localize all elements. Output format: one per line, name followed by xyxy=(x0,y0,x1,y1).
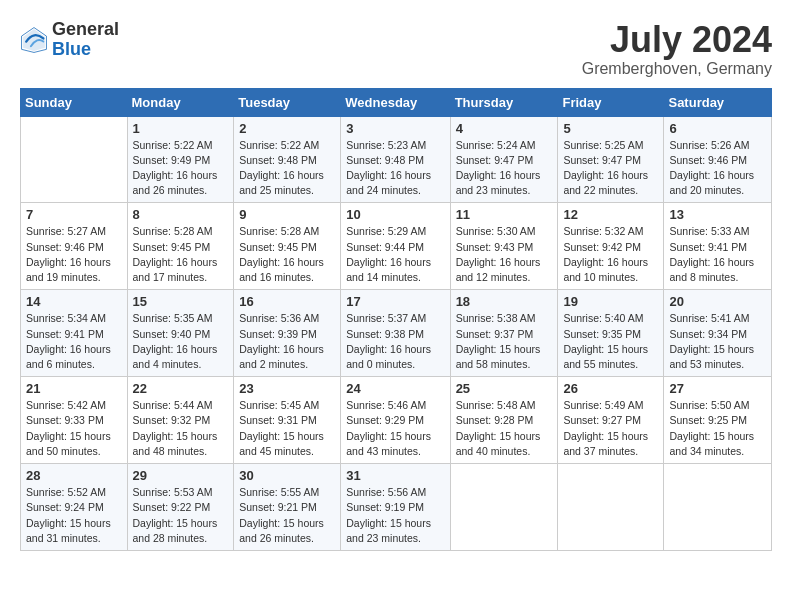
day-info: Sunrise: 5:30 AM Sunset: 9:43 PM Dayligh… xyxy=(456,224,553,285)
calendar-cell: 18Sunrise: 5:38 AM Sunset: 9:37 PM Dayli… xyxy=(450,290,558,377)
day-info: Sunrise: 5:22 AM Sunset: 9:48 PM Dayligh… xyxy=(239,138,335,199)
day-info: Sunrise: 5:37 AM Sunset: 9:38 PM Dayligh… xyxy=(346,311,444,372)
day-number: 23 xyxy=(239,381,335,396)
day-number: 2 xyxy=(239,121,335,136)
day-number: 1 xyxy=(133,121,229,136)
day-info: Sunrise: 5:35 AM Sunset: 9:40 PM Dayligh… xyxy=(133,311,229,372)
calendar-cell: 20Sunrise: 5:41 AM Sunset: 9:34 PM Dayli… xyxy=(664,290,772,377)
title-block: July 2024 Gremberghoven, Germany xyxy=(582,20,772,78)
day-info: Sunrise: 5:24 AM Sunset: 9:47 PM Dayligh… xyxy=(456,138,553,199)
day-info: Sunrise: 5:28 AM Sunset: 9:45 PM Dayligh… xyxy=(239,224,335,285)
logo-icon xyxy=(20,26,48,54)
calendar-cell: 24Sunrise: 5:46 AM Sunset: 9:29 PM Dayli… xyxy=(341,377,450,464)
day-number: 21 xyxy=(26,381,122,396)
logo-text: General Blue xyxy=(52,20,119,60)
calendar-cell: 14Sunrise: 5:34 AM Sunset: 9:41 PM Dayli… xyxy=(21,290,128,377)
calendar-cell: 19Sunrise: 5:40 AM Sunset: 9:35 PM Dayli… xyxy=(558,290,664,377)
day-number: 15 xyxy=(133,294,229,309)
day-info: Sunrise: 5:45 AM Sunset: 9:31 PM Dayligh… xyxy=(239,398,335,459)
day-number: 3 xyxy=(346,121,444,136)
day-number: 20 xyxy=(669,294,766,309)
calendar-cell: 7Sunrise: 5:27 AM Sunset: 9:46 PM Daylig… xyxy=(21,203,128,290)
day-number: 25 xyxy=(456,381,553,396)
header-wednesday: Wednesday xyxy=(341,88,450,116)
calendar-cell: 23Sunrise: 5:45 AM Sunset: 9:31 PM Dayli… xyxy=(234,377,341,464)
day-number: 19 xyxy=(563,294,658,309)
calendar-cell: 10Sunrise: 5:29 AM Sunset: 9:44 PM Dayli… xyxy=(341,203,450,290)
day-number: 27 xyxy=(669,381,766,396)
day-number: 11 xyxy=(456,207,553,222)
day-info: Sunrise: 5:49 AM Sunset: 9:27 PM Dayligh… xyxy=(563,398,658,459)
day-number: 12 xyxy=(563,207,658,222)
day-info: Sunrise: 5:38 AM Sunset: 9:37 PM Dayligh… xyxy=(456,311,553,372)
day-info: Sunrise: 5:28 AM Sunset: 9:45 PM Dayligh… xyxy=(133,224,229,285)
day-number: 8 xyxy=(133,207,229,222)
day-number: 24 xyxy=(346,381,444,396)
calendar-cell xyxy=(558,464,664,551)
calendar-cell: 21Sunrise: 5:42 AM Sunset: 9:33 PM Dayli… xyxy=(21,377,128,464)
calendar-cell: 6Sunrise: 5:26 AM Sunset: 9:46 PM Daylig… xyxy=(664,116,772,203)
header-saturday: Saturday xyxy=(664,88,772,116)
day-number: 28 xyxy=(26,468,122,483)
week-row-5: 28Sunrise: 5:52 AM Sunset: 9:24 PM Dayli… xyxy=(21,464,772,551)
calendar-header-row: SundayMondayTuesdayWednesdayThursdayFrid… xyxy=(21,88,772,116)
header-friday: Friday xyxy=(558,88,664,116)
day-info: Sunrise: 5:55 AM Sunset: 9:21 PM Dayligh… xyxy=(239,485,335,546)
day-info: Sunrise: 5:46 AM Sunset: 9:29 PM Dayligh… xyxy=(346,398,444,459)
day-number: 29 xyxy=(133,468,229,483)
day-number: 17 xyxy=(346,294,444,309)
day-number: 10 xyxy=(346,207,444,222)
day-info: Sunrise: 5:32 AM Sunset: 9:42 PM Dayligh… xyxy=(563,224,658,285)
day-number: 13 xyxy=(669,207,766,222)
calendar-cell: 31Sunrise: 5:56 AM Sunset: 9:19 PM Dayli… xyxy=(341,464,450,551)
header-monday: Monday xyxy=(127,88,234,116)
day-number: 22 xyxy=(133,381,229,396)
calendar-cell: 8Sunrise: 5:28 AM Sunset: 9:45 PM Daylig… xyxy=(127,203,234,290)
day-info: Sunrise: 5:22 AM Sunset: 9:49 PM Dayligh… xyxy=(133,138,229,199)
day-number: 6 xyxy=(669,121,766,136)
calendar-cell: 12Sunrise: 5:32 AM Sunset: 9:42 PM Dayli… xyxy=(558,203,664,290)
page-header: General Blue July 2024 Gremberghoven, Ge… xyxy=(20,20,772,78)
day-number: 4 xyxy=(456,121,553,136)
calendar-cell xyxy=(450,464,558,551)
day-info: Sunrise: 5:44 AM Sunset: 9:32 PM Dayligh… xyxy=(133,398,229,459)
calendar-cell: 26Sunrise: 5:49 AM Sunset: 9:27 PM Dayli… xyxy=(558,377,664,464)
day-info: Sunrise: 5:42 AM Sunset: 9:33 PM Dayligh… xyxy=(26,398,122,459)
calendar-cell xyxy=(664,464,772,551)
calendar-cell: 13Sunrise: 5:33 AM Sunset: 9:41 PM Dayli… xyxy=(664,203,772,290)
calendar-cell: 29Sunrise: 5:53 AM Sunset: 9:22 PM Dayli… xyxy=(127,464,234,551)
location-subtitle: Gremberghoven, Germany xyxy=(582,60,772,78)
week-row-2: 7Sunrise: 5:27 AM Sunset: 9:46 PM Daylig… xyxy=(21,203,772,290)
day-info: Sunrise: 5:29 AM Sunset: 9:44 PM Dayligh… xyxy=(346,224,444,285)
calendar-cell: 15Sunrise: 5:35 AM Sunset: 9:40 PM Dayli… xyxy=(127,290,234,377)
week-row-3: 14Sunrise: 5:34 AM Sunset: 9:41 PM Dayli… xyxy=(21,290,772,377)
day-info: Sunrise: 5:26 AM Sunset: 9:46 PM Dayligh… xyxy=(669,138,766,199)
calendar-cell xyxy=(21,116,128,203)
day-number: 26 xyxy=(563,381,658,396)
day-info: Sunrise: 5:50 AM Sunset: 9:25 PM Dayligh… xyxy=(669,398,766,459)
month-year-title: July 2024 xyxy=(582,20,772,60)
day-number: 30 xyxy=(239,468,335,483)
week-row-4: 21Sunrise: 5:42 AM Sunset: 9:33 PM Dayli… xyxy=(21,377,772,464)
day-number: 9 xyxy=(239,207,335,222)
day-info: Sunrise: 5:56 AM Sunset: 9:19 PM Dayligh… xyxy=(346,485,444,546)
day-info: Sunrise: 5:34 AM Sunset: 9:41 PM Dayligh… xyxy=(26,311,122,372)
calendar-cell: 25Sunrise: 5:48 AM Sunset: 9:28 PM Dayli… xyxy=(450,377,558,464)
logo: General Blue xyxy=(20,20,119,60)
header-tuesday: Tuesday xyxy=(234,88,341,116)
calendar-cell: 9Sunrise: 5:28 AM Sunset: 9:45 PM Daylig… xyxy=(234,203,341,290)
week-row-1: 1Sunrise: 5:22 AM Sunset: 9:49 PM Daylig… xyxy=(21,116,772,203)
calendar-cell: 16Sunrise: 5:36 AM Sunset: 9:39 PM Dayli… xyxy=(234,290,341,377)
calendar-cell: 22Sunrise: 5:44 AM Sunset: 9:32 PM Dayli… xyxy=(127,377,234,464)
day-info: Sunrise: 5:23 AM Sunset: 9:48 PM Dayligh… xyxy=(346,138,444,199)
header-sunday: Sunday xyxy=(21,88,128,116)
day-info: Sunrise: 5:27 AM Sunset: 9:46 PM Dayligh… xyxy=(26,224,122,285)
day-info: Sunrise: 5:53 AM Sunset: 9:22 PM Dayligh… xyxy=(133,485,229,546)
day-info: Sunrise: 5:40 AM Sunset: 9:35 PM Dayligh… xyxy=(563,311,658,372)
calendar-cell: 5Sunrise: 5:25 AM Sunset: 9:47 PM Daylig… xyxy=(558,116,664,203)
calendar-cell: 11Sunrise: 5:30 AM Sunset: 9:43 PM Dayli… xyxy=(450,203,558,290)
day-number: 16 xyxy=(239,294,335,309)
calendar-cell: 3Sunrise: 5:23 AM Sunset: 9:48 PM Daylig… xyxy=(341,116,450,203)
calendar-cell: 17Sunrise: 5:37 AM Sunset: 9:38 PM Dayli… xyxy=(341,290,450,377)
day-number: 5 xyxy=(563,121,658,136)
